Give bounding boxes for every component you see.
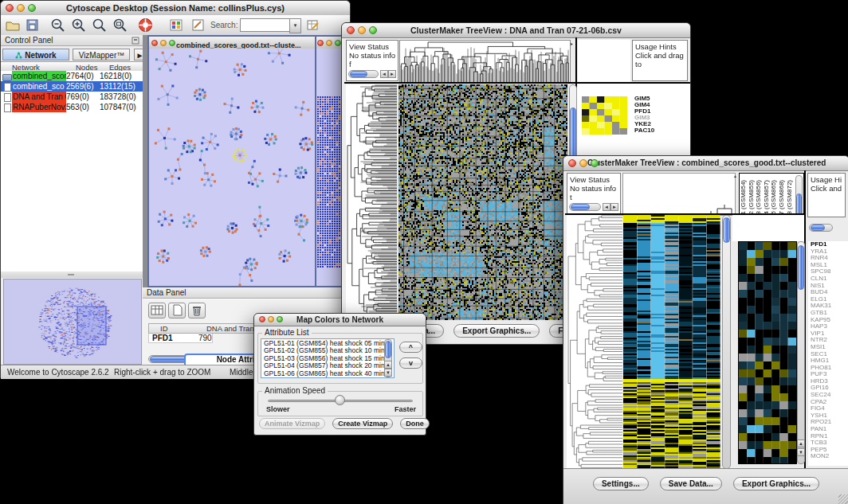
hscroll-thumb[interactable] — [571, 204, 590, 210]
close-icon[interactable] — [568, 159, 576, 167]
close-icon[interactable] — [259, 316, 265, 322]
zoom-window-icon[interactable] — [28, 4, 36, 12]
matrix-row-label[interactable]: YKE2 — [634, 121, 654, 127]
zoom-out-icon[interactable] — [50, 18, 66, 33]
network-canvas[interactable] — [149, 49, 315, 286]
main-titlebar[interactable]: Cytoscape Desktop (Session Name: collins… — [1, 1, 350, 16]
annotation-icon[interactable] — [190, 18, 206, 33]
float-panel-icon[interactable] — [132, 37, 139, 45]
resize-grip[interactable] — [838, 494, 848, 504]
search-dropdown-icon[interactable]: ▼ — [289, 18, 301, 33]
attribute-list-item[interactable]: GPL51-07 (GSM868) heat shock 60 min — [264, 377, 394, 378]
vscroll-thumb[interactable] — [385, 341, 391, 358]
scroll-up-icon[interactable]: ▲ — [797, 440, 805, 447]
dna-action-button[interactable]: Export Graphics... — [453, 324, 540, 338]
zoom-window-icon[interactable] — [335, 40, 341, 46]
matrix-row-label[interactable]: GIM3 — [634, 115, 654, 121]
delete-attribute-button[interactable] — [188, 303, 206, 318]
speed-slider-thumb[interactable] — [335, 395, 345, 405]
zoom-fit-icon[interactable] — [112, 18, 128, 33]
combined-action-button[interactable]: Export Graphics... — [733, 477, 819, 490]
minimize-icon[interactable] — [358, 26, 366, 34]
zoom-window-icon[interactable] — [591, 159, 599, 167]
dialog-action-button[interactable]: Animate Vizmap — [259, 418, 325, 429]
minimize-icon[interactable] — [160, 40, 167, 46]
dialog-action-button[interactable]: Done — [400, 418, 430, 429]
scroll-left-icon[interactable]: ◄ — [380, 70, 388, 78]
status-hscrollbar[interactable] — [348, 70, 379, 78]
network-table-row[interactable]: combined_scores 2764(0) 16218(0) — [1, 71, 143, 81]
dna-titlebar[interactable]: ClusterMaker TreeView : DNA and Tran 07-… — [342, 23, 690, 38]
dna-yellow-matrix[interactable] — [582, 96, 627, 135]
help-lifering-icon[interactable] — [138, 18, 154, 33]
minimize-icon[interactable] — [268, 316, 274, 322]
attribute-table-row[interactable]: PFD1 790 — [148, 334, 213, 343]
tab-vizmapper[interactable]: VizMapper™ — [73, 49, 130, 61]
minimize-icon[interactable] — [326, 40, 332, 46]
tab-network[interactable]: Network — [2, 49, 69, 61]
expand-right-icon[interactable]: ▸ — [571, 41, 573, 46]
list-vscrollbar[interactable]: ▲ ▼ — [384, 339, 392, 377]
scroll-right-icon[interactable]: ► — [610, 203, 618, 211]
scroll-down-icon[interactable]: ▼ — [384, 369, 392, 377]
network-table-row[interactable]: combined_sco 2569(6) 13112(15) — [1, 81, 143, 92]
close-icon[interactable] — [317, 40, 324, 46]
close-icon[interactable] — [6, 4, 14, 12]
search-input[interactable] — [240, 18, 291, 32]
select-attributes-button[interactable] — [148, 303, 166, 318]
vscroll-thumb[interactable] — [798, 245, 804, 290]
combined-titlebar[interactable]: ClusterMaker TreeView : combined_scores_… — [563, 156, 848, 171]
hscroll-thumb[interactable] — [811, 225, 825, 231]
birdseye-view[interactable] — [3, 279, 142, 365]
dna-column-dendrogram[interactable] — [399, 40, 571, 84]
attribute-list[interactable]: GPL51-01 (GSM854) heat shock 05 minGPL51… — [261, 338, 395, 378]
move-up-button[interactable]: ^ — [399, 342, 422, 353]
network-window-titlebar[interactable]: combined_scores_good.txt--cluste... — [149, 37, 315, 49]
dialog-titlebar[interactable]: Map Colors to Network — [254, 314, 426, 326]
zoom-vscrollbar[interactable]: ▲ ▼ — [797, 241, 805, 464]
scroll-down-icon[interactable]: ▼ — [797, 448, 805, 456]
move-down-button[interactable]: v — [399, 357, 422, 369]
dna-row-dendrogram[interactable] — [346, 84, 397, 320]
network-table-row[interactable]: RNAPuberNov2+I 563(0) 107847(0) — [1, 102, 143, 112]
matrix-row-label[interactable]: PAC10 — [634, 127, 654, 134]
close-icon[interactable] — [151, 40, 158, 46]
scroll-up-icon[interactable]: ▲ — [384, 361, 392, 369]
open-session-button[interactable] — [5, 18, 21, 33]
zoom-heatmap[interactable] — [738, 241, 797, 464]
combined-heatmap[interactable] — [623, 215, 720, 469]
scroll-left-icon[interactable]: ◄ — [603, 203, 610, 211]
combined-vscrollbar[interactable] — [722, 215, 731, 469]
vizmapper-grid-icon[interactable] — [168, 18, 184, 33]
network-view-window[interactable]: combined_scores_good.txt--cluste... — [147, 35, 316, 287]
matrix-row-label[interactable]: GIM4 — [634, 102, 654, 108]
panel-splitter[interactable] — [1, 272, 143, 278]
save-session-button[interactable] — [25, 18, 41, 33]
table-edit-icon[interactable] — [305, 18, 321, 33]
scroll-up-icon[interactable]: ▲ — [733, 174, 737, 178]
zoom-selected-icon[interactable] — [92, 18, 108, 33]
minimize-icon[interactable] — [579, 159, 587, 167]
minimize-icon[interactable] — [17, 4, 25, 12]
zoom-in-icon[interactable] — [71, 18, 87, 33]
combined-action-button[interactable]: Save Data... — [660, 477, 722, 490]
vscroll-thumb[interactable] — [723, 217, 730, 243]
network-table-row[interactable]: DNA and Tran 07 769(0) 183728(0) — [1, 92, 143, 102]
hscroll-thumb[interactable] — [350, 71, 367, 77]
combined-action-button[interactable]: Settings... — [593, 477, 649, 490]
zoom-window-icon[interactable] — [277, 316, 283, 322]
combined-column-dendrogram[interactable] — [622, 173, 736, 216]
create-attribute-button[interactable] — [168, 303, 186, 318]
matrix-row-label[interactable]: PFD1 — [634, 108, 654, 115]
close-icon[interactable] — [347, 26, 355, 34]
status-hscrollbar[interactable] — [569, 203, 601, 211]
dialog-action-button[interactable]: Create Vizmap — [332, 418, 393, 429]
hints-hscrollbar[interactable] — [809, 224, 833, 232]
matrix-row-label[interactable]: GIM5 — [634, 96, 654, 102]
combined-row-dendrogram[interactable] — [567, 215, 622, 469]
zoom-window-icon[interactable] — [369, 26, 377, 34]
zoom-window-icon[interactable] — [169, 40, 175, 46]
dna-heatmap[interactable] — [398, 84, 567, 320]
gene-list-item[interactable]: MON2 — [811, 453, 848, 460]
scroll-right-icon[interactable]: ► — [388, 70, 396, 78]
